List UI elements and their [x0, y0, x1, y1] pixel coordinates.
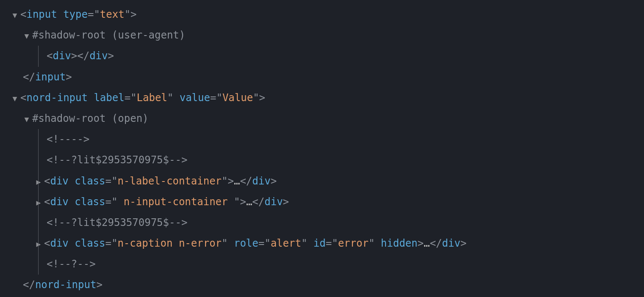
attr-value: error [338, 237, 369, 249]
dom-node-div-empty[interactable]: <div></div> [4, 46, 640, 66]
tag-name: nord-input [35, 279, 97, 291]
comment-text: <!--?--> [47, 254, 96, 275]
ellipsis[interactable]: … [246, 196, 252, 208]
attr-value: alert [271, 237, 301, 249]
attr-name: value [180, 92, 210, 104]
shadow-root-user-agent[interactable]: ▼ #shadow-root (user-agent) [4, 25, 640, 46]
dom-node-label-container[interactable]: ▶ <div class="n-label-container">…</div> [4, 171, 640, 192]
attr-hidden: hidden [381, 237, 418, 249]
expand-toggle-icon[interactable]: ▼ [11, 8, 19, 23]
tag-name: input [35, 71, 66, 83]
expand-toggle-icon[interactable]: ▶ [35, 236, 42, 252]
angle-close: > [130, 8, 136, 20]
attr-name: role [234, 237, 258, 249]
tag-name: div [442, 237, 460, 249]
attr-name: label [94, 92, 124, 104]
attr-name: type [63, 8, 88, 20]
attr-name: class [75, 175, 105, 187]
tag-name: div [264, 196, 283, 208]
tag-name: div [252, 175, 270, 187]
dom-node-nord-input-close[interactable]: </nord-input> [4, 275, 640, 295]
dom-node-input[interactable]: ▼ <input type="text"> [4, 4, 640, 25]
dom-comment-lit[interactable]: <!--?lit$2953570975$--> [4, 150, 640, 170]
tag-name: input [26, 8, 57, 20]
comment-text: <!----> [47, 129, 89, 150]
dom-comment[interactable]: <!--?--> [4, 254, 640, 275]
attr-value: Value [222, 92, 253, 104]
shadow-root-label: #shadow-root (user-agent) [32, 25, 185, 46]
attr-name: class [75, 196, 105, 208]
attr-name: id [314, 237, 326, 249]
expand-toggle-icon[interactable]: ▼ [11, 91, 19, 107]
dom-node-caption-error[interactable]: ▶ <div class="n-caption n-error" role="a… [4, 233, 640, 254]
tree-guide: <!----> <!--?lit$2953570975$--> ▶ <div c… [4, 129, 640, 275]
dom-comment[interactable]: <!----> [4, 129, 640, 150]
dom-node-nord-input[interactable]: ▼ <nord-input label="Label" value="Value… [4, 88, 640, 108]
expand-toggle-icon[interactable]: ▼ [23, 28, 31, 44]
tag-name: nord-input [26, 92, 88, 104]
dom-node-input-close[interactable]: </input> [4, 67, 640, 88]
attr-value: Label [137, 92, 167, 104]
shadow-root-open[interactable]: ▼ #shadow-root (open) [4, 108, 640, 129]
attr-value: n-input-container [117, 196, 234, 208]
dom-comment-lit[interactable]: <!--?lit$2953570975$--> [4, 212, 640, 233]
ellipsis[interactable]: … [424, 237, 430, 249]
comment-text: <!--?lit$2953570975$--> [47, 212, 187, 233]
attr-name: class [75, 237, 105, 249]
expand-toggle-icon[interactable]: ▶ [35, 174, 42, 190]
expand-toggle-icon[interactable]: ▶ [35, 195, 42, 211]
angle-open: < [20, 8, 26, 20]
tag-name: div [53, 50, 71, 62]
comment-text: <!--?lit$2953570975$--> [47, 150, 187, 170]
shadow-root-label: #shadow-root (open) [32, 108, 149, 129]
tag-name: div [50, 196, 68, 208]
tag-name: div [50, 175, 68, 187]
dom-tree: ▼ <input type="text"> ▼ #shadow-root (us… [4, 4, 640, 296]
tag-name: div [50, 237, 68, 249]
expand-toggle-icon[interactable]: ▼ [23, 112, 31, 127]
tree-guide: <div></div> [4, 46, 640, 66]
attr-value: text [100, 8, 125, 20]
dom-node-input-container[interactable]: ▶ <div class=" n-input-container ">…</di… [4, 192, 640, 212]
attr-value: n-caption n-error [117, 237, 222, 249]
attr-value: n-label-container [117, 175, 222, 187]
tag-name: div [89, 50, 108, 62]
ellipsis[interactable]: … [234, 175, 240, 187]
